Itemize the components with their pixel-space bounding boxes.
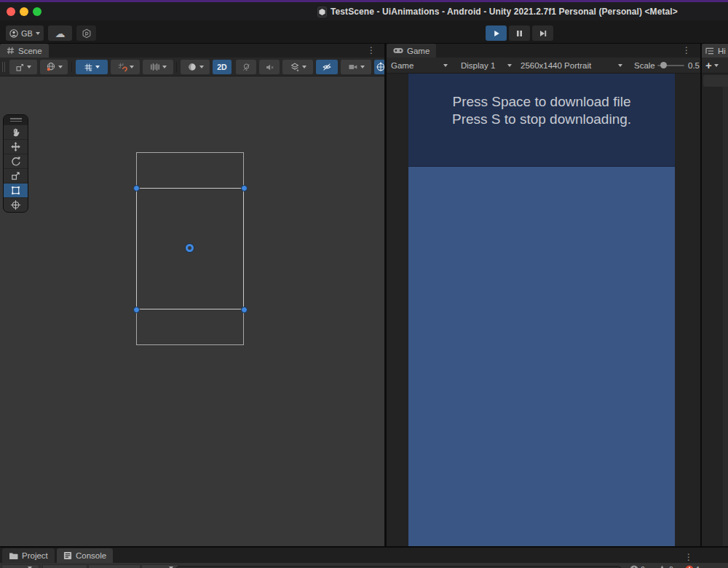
game-tab-label: Game [407,47,430,55]
hand-tool-icon [10,127,21,138]
increment-snap-button[interactable] [143,60,173,74]
console-tab-icon [63,551,72,560]
scene-tab-icon [7,47,15,55]
game-ui-header: Press Space to download file Press S to … [408,74,675,167]
console-error-toggle[interactable]: 1 [685,564,700,568]
rotate-tool-button[interactable] [4,154,28,168]
2d-toggle-button[interactable]: 2D [213,60,232,74]
scene-toolbar: 2D [0,58,384,76]
zoom-button[interactable] [33,7,41,16]
move-tool-button[interactable] [4,139,28,154]
hierarchy-add-button[interactable]: + [705,60,712,71]
scene-visibility-button[interactable] [316,60,338,74]
hierarchy-tab-icon [705,47,714,55]
tools-overlay-grip[interactable] [4,115,28,125]
chevron-down-icon [58,66,63,68]
tools-overlay [3,114,28,213]
chevron-down-icon [162,66,167,68]
scale-slider-knob[interactable] [660,62,667,68]
chevron-down-icon [130,66,134,68]
hierarchy-panel: Hi + [700,44,728,546]
rect-handle-bottom-right[interactable] [241,307,248,313]
plastic-scm-icon [82,28,92,39]
console-error-pause-button[interactable]: Error Pause [88,564,141,568]
scene-tabbar: Scene ⋮ [0,44,384,58]
chevron-down-icon [36,32,40,35]
console-toolbar: Clear Collapse Error Pause Editor 0 0 [0,563,728,568]
chevron-down-icon [714,64,719,67]
game-tab-icon [393,47,403,54]
console-menu-kebab[interactable]: ⋮ [684,552,693,563]
scene-panel: Scene ⋮ [0,44,384,546]
pause-button[interactable] [509,25,530,41]
resolution-dropdown[interactable]: 2560x1440 Portrait [516,58,627,74]
tab-hierarchy[interactable]: Hi [702,44,728,58]
magnet-grid-icon [117,62,127,72]
pivot-handle[interactable] [186,244,194,252]
cloud-services-button[interactable]: ☁ [48,25,72,41]
game-view-dropdown[interactable]: Game [387,58,452,74]
scale-value: 0.5 [687,58,701,74]
scene-lighting-button[interactable] [236,60,256,74]
rect-tool-button[interactable] [4,183,28,197]
2d-label: 2D [217,63,226,71]
chevron-down-icon [443,64,448,67]
console-editor-button[interactable]: Editor [141,564,179,568]
display-dropdown[interactable]: Display 1 [456,58,516,74]
scene-effects-button[interactable] [282,60,313,74]
grid-magnet-button[interactable] [111,60,140,74]
console-collapse-button[interactable]: Collapse [42,564,87,568]
console-clear-button[interactable]: Clear [1,564,39,568]
transform-tool-button[interactable] [4,197,28,212]
chevron-down-icon [302,66,306,68]
move-tool-icon [10,141,21,152]
tab-game[interactable]: Game [387,44,436,58]
account-dropdown-button[interactable]: GB [6,25,44,41]
hierarchy-toolbar: + [702,58,728,74]
rect-tool-icon [10,185,21,196]
view-hand-tool-button[interactable] [4,125,28,139]
step-icon [539,30,547,37]
project-tab-label: Project [22,551,48,560]
globe-icon [46,62,56,72]
camera-icon [348,63,358,71]
game-menu-kebab[interactable]: ⋮ [682,45,691,56]
eye-hidden-icon [322,62,332,72]
rect-handle-bottom-left[interactable] [133,307,140,313]
chevron-down-icon [199,66,204,68]
game-render-area: Press Space to download file Press S to … [408,74,675,546]
minimize-button[interactable] [20,7,28,16]
tab-project[interactable]: Project [2,548,55,563]
console-info-toggle[interactable]: 0 [630,564,645,568]
scene-audio-button[interactable] [259,60,280,74]
chevron-down-icon [27,66,31,68]
scale-label: Scale [630,58,660,74]
scene-viewport[interactable] [0,76,384,546]
hierarchy-scroll-gutter[interactable] [723,87,728,546]
scene-menu-kebab[interactable]: ⋮ [367,45,376,56]
close-button[interactable] [7,7,15,16]
tool-handle-rotation-button[interactable] [40,60,68,74]
grid-snap-icon [84,63,93,72]
grid-snapping-button[interactable] [76,60,108,74]
titlebar: TestScene - UiAnimations - Android - Uni… [0,2,728,20]
step-button[interactable] [532,25,553,41]
plastic-scm-button[interactable] [76,25,96,41]
rect-handle-top-left[interactable] [133,185,140,192]
unity-editor-window: TestScene - UiAnimations - Android - Uni… [0,0,728,568]
draw-mode-button[interactable] [181,60,210,74]
bottom-panel: Project Console ⋮ Clear Collapse Error P… [0,546,728,568]
rect-handle-top-right[interactable] [241,185,248,192]
scale-slider[interactable] [657,58,687,74]
console-warning-toggle[interactable]: 0 [657,564,673,568]
tab-scene[interactable]: Scene [0,44,49,58]
scene-camera-button[interactable] [341,60,371,74]
tab-console[interactable]: Console [57,548,113,563]
game-panel: Game ⋮ Game Display 1 2560x1440 Portrait… [384,44,700,546]
main-toolbar: GB ☁ [0,20,728,44]
hierarchy-search-field[interactable] [703,75,728,87]
scale-tool-button[interactable] [4,168,28,183]
game-viewport[interactable]: Press Space to download file Press S to … [387,74,700,546]
tool-handle-position-button[interactable] [9,60,37,74]
play-button[interactable] [486,25,507,41]
